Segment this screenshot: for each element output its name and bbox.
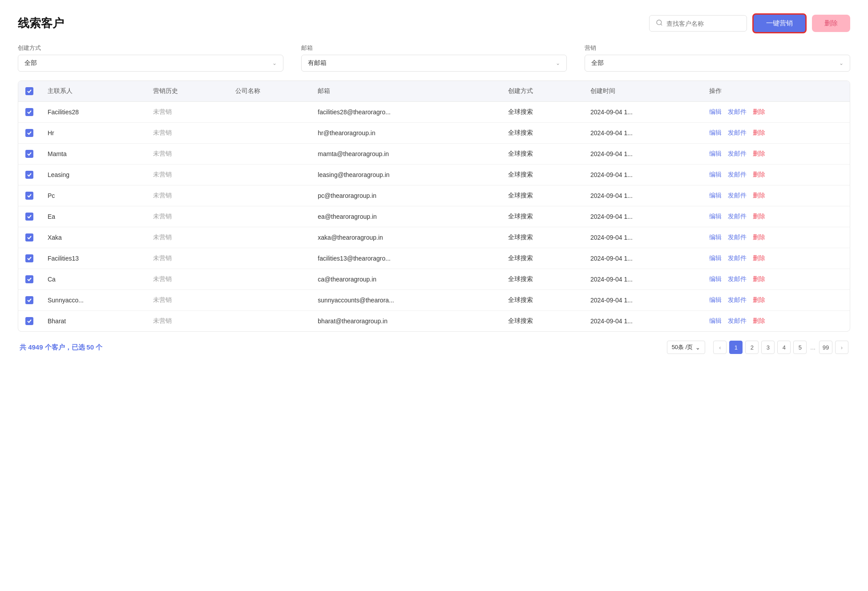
email-link[interactable]: 发邮件 <box>728 150 747 158</box>
row-checkbox-5[interactable] <box>25 192 33 200</box>
header-checkbox-cell[interactable] <box>18 81 40 102</box>
delete-link[interactable]: 删除 <box>753 275 765 283</box>
cell-name: Facilities13 <box>40 248 146 269</box>
row-checkbox-8[interactable] <box>25 254 33 262</box>
row-checkbox-cell[interactable] <box>18 311 40 332</box>
row-checkbox-1[interactable] <box>25 108 33 116</box>
delete-link[interactable]: 删除 <box>753 233 765 241</box>
delete-link[interactable]: 删除 <box>753 296 765 304</box>
cell-name: Mamta <box>40 144 146 165</box>
cell-name: Bharat <box>40 311 146 332</box>
email-link[interactable]: 发邮件 <box>728 296 747 304</box>
email-link[interactable]: 发邮件 <box>728 213 747 221</box>
email-link[interactable]: 发邮件 <box>728 129 747 137</box>
page-header: 线索客户 一键营销 删除 <box>18 13 850 33</box>
row-checkbox-cell[interactable] <box>18 185 40 206</box>
edit-link[interactable]: 编辑 <box>709 150 722 158</box>
edit-link[interactable]: 编辑 <box>709 233 722 241</box>
row-checkbox-cell[interactable] <box>18 102 40 123</box>
edit-link[interactable]: 编辑 <box>709 108 722 116</box>
edit-link[interactable]: 编辑 <box>709 275 722 283</box>
delete-button[interactable]: 删除 <box>812 15 850 32</box>
prev-page-button[interactable]: ‹ <box>713 341 727 354</box>
table-row: Mamta 未营销 mamta@thearoragroup.in 全球搜索 20… <box>18 144 850 165</box>
row-checkbox-cell[interactable] <box>18 123 40 144</box>
delete-link[interactable]: 删除 <box>753 213 765 221</box>
edit-link[interactable]: 编辑 <box>709 192 722 200</box>
email-link[interactable]: 发邮件 <box>728 233 747 241</box>
filter-marketing-value: 全部 <box>591 59 604 67</box>
page-99-button[interactable]: 99 <box>819 341 832 354</box>
row-checkbox-cell[interactable] <box>18 144 40 165</box>
page-2-button[interactable]: 2 <box>745 341 759 354</box>
row-checkbox-cell[interactable] <box>18 269 40 290</box>
row-checkbox-7[interactable] <box>25 233 33 241</box>
next-page-button[interactable]: › <box>835 341 848 354</box>
delete-link[interactable]: 删除 <box>753 171 765 179</box>
delete-link[interactable]: 删除 <box>753 254 765 262</box>
cell-marketing-status: 未营销 <box>146 311 228 332</box>
filter-create-method-select[interactable]: 全部 ⌄ <box>18 55 283 72</box>
delete-link[interactable]: 删除 <box>753 192 765 200</box>
cell-company <box>228 165 311 185</box>
page-4-button[interactable]: 4 <box>777 341 791 354</box>
page-1-button[interactable]: 1 <box>729 341 743 354</box>
filter-email-value: 有邮箱 <box>308 59 327 67</box>
edit-link[interactable]: 编辑 <box>709 129 722 137</box>
row-checkbox-6[interactable] <box>25 213 33 221</box>
cell-create-time: 2024-09-04 1... <box>583 248 702 269</box>
edit-link[interactable]: 编辑 <box>709 254 722 262</box>
cell-name: Leasing <box>40 165 146 185</box>
row-checkbox-cell[interactable] <box>18 227 40 248</box>
table-row: Leasing 未营销 leasing@thearoragroup.in 全球搜… <box>18 165 850 185</box>
email-link[interactable]: 发邮件 <box>728 192 747 200</box>
email-link[interactable]: 发邮件 <box>728 317 747 325</box>
search-box[interactable] <box>649 15 747 32</box>
email-link[interactable]: 发邮件 <box>728 254 747 262</box>
cell-marketing-status: 未营销 <box>146 269 228 290</box>
row-checkbox-10[interactable] <box>25 296 33 304</box>
filter-email-select[interactable]: 有邮箱 ⌄ <box>301 55 567 72</box>
cell-actions: 编辑 发邮件 删除 <box>702 185 850 206</box>
filter-create-method-value: 全部 <box>24 59 37 67</box>
row-checkbox-4[interactable] <box>25 171 33 179</box>
search-input[interactable] <box>666 20 740 27</box>
delete-link[interactable]: 删除 <box>753 150 765 158</box>
edit-link[interactable]: 编辑 <box>709 317 722 325</box>
cell-marketing-status: 未营销 <box>146 206 228 227</box>
row-checkbox-3[interactable] <box>25 150 33 158</box>
email-link[interactable]: 发邮件 <box>728 171 747 179</box>
delete-link[interactable]: 删除 <box>753 317 765 325</box>
edit-link[interactable]: 编辑 <box>709 296 722 304</box>
cell-company <box>228 227 311 248</box>
select-all-checkbox[interactable] <box>25 87 33 95</box>
row-checkbox-cell[interactable] <box>18 290 40 311</box>
row-checkbox-11[interactable] <box>25 317 33 325</box>
edit-link[interactable]: 编辑 <box>709 171 722 179</box>
delete-link[interactable]: 删除 <box>753 129 765 137</box>
filter-marketing-select[interactable]: 全部 ⌄ <box>585 55 850 72</box>
page-3-button[interactable]: 3 <box>761 341 775 354</box>
row-checkbox-9[interactable] <box>25 275 33 283</box>
row-checkbox-2[interactable] <box>25 129 33 137</box>
row-checkbox-cell[interactable] <box>18 248 40 269</box>
row-checkbox-cell[interactable] <box>18 165 40 185</box>
cell-actions: 编辑 发邮件 删除 <box>702 311 850 332</box>
delete-link[interactable]: 删除 <box>753 108 765 116</box>
email-link[interactable]: 发邮件 <box>728 275 747 283</box>
cell-company <box>228 206 311 227</box>
filter-marketing: 营销 全部 ⌄ <box>585 44 850 72</box>
cell-marketing-status: 未营销 <box>146 123 228 144</box>
table-row: Ea 未营销 ea@thearoragroup.in 全球搜索 2024-09-… <box>18 206 850 227</box>
cell-name: Facilities28 <box>40 102 146 123</box>
cell-company <box>228 290 311 311</box>
search-icon <box>656 19 663 28</box>
cell-create-time: 2024-09-04 1... <box>583 311 702 332</box>
edit-link[interactable]: 编辑 <box>709 213 722 221</box>
page-size-select[interactable]: 50条 /页 ⌄ <box>667 341 706 354</box>
cell-actions: 编辑 发邮件 删除 <box>702 102 850 123</box>
row-checkbox-cell[interactable] <box>18 206 40 227</box>
marketing-button[interactable]: 一键营销 <box>752 13 807 33</box>
page-5-button[interactable]: 5 <box>793 341 807 354</box>
email-link[interactable]: 发邮件 <box>728 108 747 116</box>
